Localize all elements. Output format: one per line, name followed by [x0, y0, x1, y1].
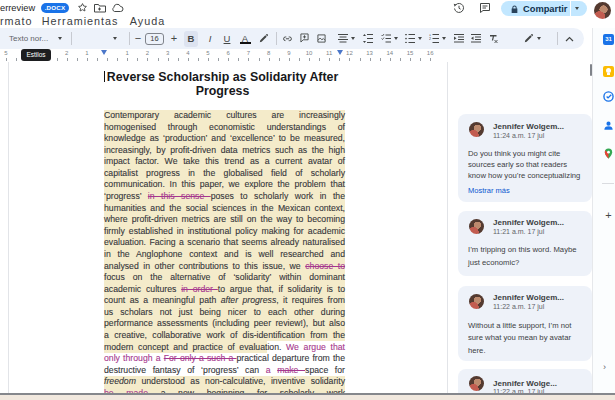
- svg-text:2: 2: [429, 37, 431, 41]
